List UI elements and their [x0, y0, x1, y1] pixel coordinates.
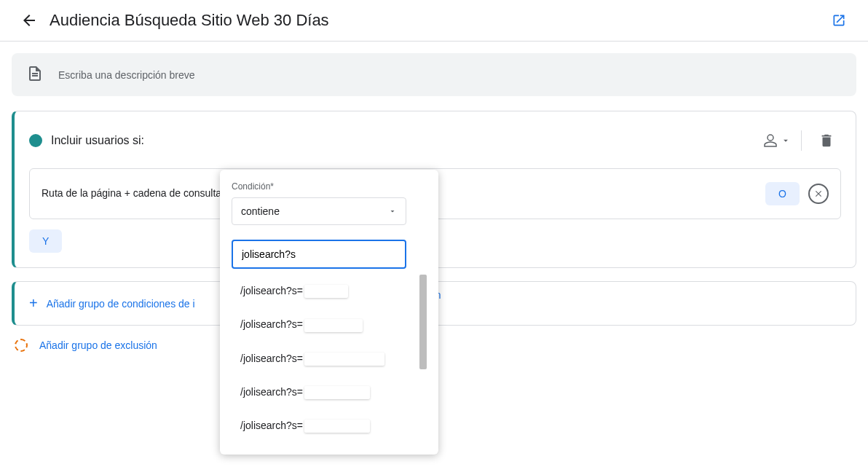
delete-card-button[interactable]: [812, 126, 841, 155]
suggestion-item[interactable]: /jolisearch?s=: [232, 275, 427, 308]
suggestion-item[interactable]: /jolisearch?s=: [232, 342, 427, 363]
document-icon: [26, 65, 44, 84]
plus-icon: +: [29, 295, 38, 312]
open-external-button[interactable]: [824, 6, 853, 35]
redacted-text: [304, 353, 384, 363]
operator-value: contiene: [241, 205, 280, 217]
scope-selector-button[interactable]: [762, 126, 791, 155]
scrollbar[interactable]: [419, 275, 427, 363]
card-actions: [762, 126, 841, 155]
description-bar[interactable]: Escriba una descripción breve: [12, 53, 856, 96]
external-link-icon: [832, 13, 846, 28]
description-placeholder: Escriba una descripción breve: [58, 69, 195, 81]
include-title: Incluir usuarios si:: [51, 134, 762, 147]
and-button[interactable]: Y: [29, 229, 62, 253]
or-button[interactable]: O: [765, 182, 800, 205]
operator-select[interactable]: contiene: [232, 197, 406, 225]
back-button[interactable]: [15, 6, 44, 35]
page-title: Audiencia Búsqueda Sitio Web 30 Días: [50, 11, 824, 30]
add-group-label: Añadir grupo de condiciones de i: [47, 298, 195, 310]
suggestion-item[interactable]: /jolisearch?s=: [232, 308, 427, 342]
redacted-text: [304, 285, 348, 298]
chevron-down-icon: [388, 207, 397, 216]
chevron-down-icon: [781, 135, 791, 146]
include-dot-icon: [29, 134, 42, 147]
dashed-circle-icon: [15, 339, 28, 352]
app-header: Audiencia Búsqueda Sitio Web 30 Días: [0, 0, 868, 42]
card-header: Incluir usuarios si:: [29, 126, 841, 155]
redacted-text: [304, 319, 363, 332]
condition-dropdown: Condición* contiene /jolisearch?s= /joli…: [220, 170, 438, 363]
dimension-label: Ruta de la página + cadena de consulta: [42, 186, 221, 201]
divider: [801, 130, 802, 151]
trash-icon: [818, 133, 835, 149]
condition-field-label: Condición*: [232, 181, 427, 192]
arrow-left-icon: [20, 12, 38, 29]
suggestions-list: /jolisearch?s= /jolisearch?s= /jolisearc…: [232, 275, 427, 363]
person-icon: [762, 132, 779, 149]
condition-value-input[interactable]: [232, 240, 406, 269]
close-icon: [813, 189, 824, 199]
add-exclusion-label: Añadir grupo de exclusión: [39, 339, 157, 351]
remove-condition-button[interactable]: [808, 184, 829, 204]
